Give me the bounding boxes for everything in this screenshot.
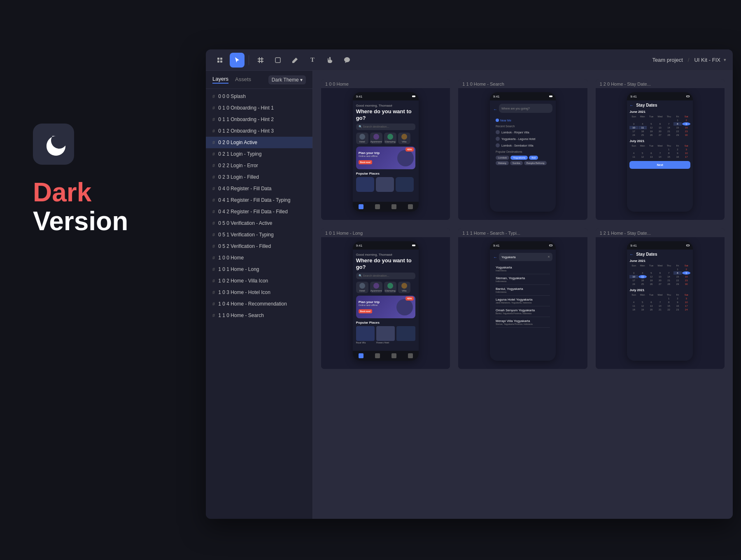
theme-label: Dark Theme ▾	[272, 77, 303, 83]
layer-item-19[interactable]: #1 1 0 Home - Search	[206, 310, 312, 321]
home-greeting: Good morning, Thomasé	[356, 104, 415, 107]
pointer-tool[interactable]	[230, 53, 245, 68]
layer-hash: #	[212, 255, 215, 260]
frame-tool[interactable]	[253, 53, 268, 68]
june-calendar-grid: SunMonTueWedThuFriSat 12 3456789 1011121…	[629, 115, 690, 137]
canvas-grid: 1 0 0 Home 9:41 Good morning, Thomasé Wh…	[321, 79, 725, 369]
home-long-heading: Where do you want to go?	[356, 257, 415, 270]
result-lombok-sembalun: Lombok - Sembalun Villa	[493, 142, 552, 149]
home-long-search: 🔍 Search destination...	[356, 273, 415, 279]
layer-item-15[interactable]: #1 0 1 Home - Long	[206, 264, 312, 275]
home-categories: Hotel Apartment Glamping Villa	[356, 133, 415, 144]
layer-item-6[interactable]: #0 2 2 Login - Error	[206, 160, 312, 171]
layer-item-17[interactable]: #1 0 3 Home - Hotel Icon	[206, 287, 312, 298]
frame-home-long[interactable]: 1 0 1 Home - Long 9:41 Good morning, Tho…	[321, 228, 450, 369]
hand-tool[interactable]	[322, 53, 337, 68]
layer-hash: #	[212, 140, 215, 145]
comment-tool[interactable]	[340, 53, 354, 68]
layer-item-0[interactable]: #0 0 0 Splash	[206, 91, 312, 102]
layer-label: 0 2 2 Login - Error	[218, 163, 258, 168]
layer-item-5[interactable]: #0 2 1 Login - Typing	[206, 148, 312, 160]
home-heading: Where do you want to go?	[356, 108, 415, 121]
frame-label-home: 1 0 0 Home	[321, 79, 450, 88]
popular-dest-label: Popular Destinations	[493, 149, 552, 154]
home-navbar	[353, 202, 419, 212]
layer-hash: #	[212, 105, 215, 110]
layer-hash: #	[212, 117, 215, 122]
next-button[interactable]: Next	[629, 161, 690, 169]
layer-item-12[interactable]: #0 5 1 Verification - Typing	[206, 229, 312, 240]
july-calendar-grid2: SunMonTueWedThuFriSat 123 45678910 11121…	[629, 293, 690, 311]
chip-sumba: Sumba	[510, 161, 523, 165]
app-icon	[33, 124, 74, 165]
result-yogyakarta: Yogyakarta Indonesia	[496, 264, 550, 274]
places-row-long: Royal Villa Floweru Hotel	[356, 326, 415, 344]
july-2021-label: July 2021	[629, 139, 690, 143]
layer-hash: #	[212, 128, 215, 133]
tab-assets[interactable]: Assets	[235, 76, 251, 83]
theme-selector[interactable]: Dark Theme ▾	[268, 75, 306, 84]
status-bar-calendar: 9:41	[627, 92, 693, 100]
breadcrumb-chevron-icon[interactable]: ▾	[724, 57, 726, 63]
canvas-area[interactable]: 1 0 0 Home 9:41 Good morning, Thomasé Wh…	[313, 71, 733, 519]
frame-search-typing[interactable]: 1 1 1 Home - Search - Typi... 9:41 ←	[458, 228, 587, 369]
phone-calendar: 9:41 ← Stay Dates June 2021 SunM	[627, 92, 693, 212]
frame-preview-home: 9:41 Good morning, Thomasé Where do you …	[321, 88, 450, 220]
layer-label: 0 0 0 Splash	[218, 93, 246, 99]
layer-item-10[interactable]: #0 4 2 Register - Fill Data - Filled	[206, 206, 312, 217]
toolbar-right: Team project / UI Kit - FIX ▾	[652, 57, 726, 63]
frame-preview-calendar2: 9:41 ← Stay Dates June 2021 SunM	[596, 237, 725, 369]
svg-rect-3	[220, 61, 222, 63]
panel-tabs: Layers Assets Dark Theme ▾	[206, 71, 312, 89]
content-area: Layers Assets Dark Theme ▾ #0 0 0 Splash…	[206, 71, 733, 519]
layer-hash: #	[212, 175, 215, 180]
layer-item-8[interactable]: #0 4 0 Register - Fill Data	[206, 183, 312, 194]
layer-hash: #	[212, 278, 215, 283]
june-2021-label: June 2021	[629, 110, 690, 114]
layer-item-2[interactable]: #0 1 1 Onboarding - Hint 2	[206, 114, 312, 125]
destinations-chips: Lombok Yogyakarta Bali Malang Sumba Bang…	[493, 154, 552, 167]
places-row	[356, 177, 415, 192]
layer-label: 0 2 3 Login - Filled	[218, 174, 259, 180]
frame-calendar2[interactable]: 1 2 1 Home - Stay Date... 9:41 ← Stay Da…	[596, 228, 725, 369]
layer-item-7[interactable]: #0 2 3 Login - Filled	[206, 171, 312, 183]
place-card-3	[396, 177, 414, 192]
design-window: T Team project / UI Kit - FIX ▾ Layers A…	[206, 49, 733, 519]
toolbar: T Team project / UI Kit - FIX ▾	[206, 49, 733, 71]
layer-item-1[interactable]: #0 1 0 Onboarding - Hint 1	[206, 102, 312, 114]
layer-item-11[interactable]: #0 5 0 Verification - Active	[206, 217, 312, 229]
layer-hash: #	[212, 313, 215, 318]
text-tool[interactable]: T	[305, 53, 320, 68]
layer-label: 0 2 1 Login - Typing	[218, 151, 261, 157]
layer-item-14[interactable]: #1 0 0 Home	[206, 252, 312, 264]
phone-calendar2: 9:41 ← Stay Dates June 2021 SunM	[627, 241, 693, 361]
brand-area: Dark Version	[33, 124, 165, 236]
phone-home: 9:41 Good morning, Thomasé Where do you …	[353, 92, 419, 212]
layer-item-9[interactable]: #0 4 1 Register - Fill Data - Typing	[206, 194, 312, 206]
frame-preview-calendar: 9:41 ← Stay Dates June 2021 SunM	[596, 88, 725, 220]
layer-label: 1 1 0 Home - Search	[218, 313, 264, 318]
frame-home[interactable]: 1 0 0 Home 9:41 Good morning, Thomasé Wh…	[321, 79, 450, 220]
move-select-tool[interactable]	[212, 53, 227, 68]
nav-fav-icon	[391, 204, 396, 209]
frame-calendar[interactable]: 1 2 0 Home - Stay Date... 9:41 ← Stay Da…	[596, 79, 725, 220]
layer-label: 1 0 1 Home - Long	[218, 266, 259, 272]
phone-home-content: Good morning, Thomasé Where do you want …	[353, 100, 419, 195]
layer-item-18[interactable]: #1 0 4 Home - Recommendation	[206, 298, 312, 310]
nav-search-icon	[375, 204, 380, 209]
layer-item-16[interactable]: #1 0 2 Home - Villa Icon	[206, 275, 312, 287]
phone-search-typing: 9:41 ← Yogyakarta ✕	[490, 241, 556, 361]
pen-tool[interactable]	[288, 53, 303, 68]
shape-tool[interactable]	[270, 53, 285, 68]
frame-search[interactable]: 1 1 0 Home - Search 9:41 ← Where are you…	[458, 79, 587, 220]
tab-layers[interactable]: Layers	[212, 76, 228, 84]
near-me-option: Near Me	[493, 117, 552, 124]
layer-label: 0 1 0 Onboarding - Hint 1	[218, 105, 274, 111]
layer-item-13[interactable]: #0 5 2 Verification - Filled	[206, 240, 312, 252]
result-merapi: Merapi Villa Yogyakarta Sleman, Yogyakar…	[496, 317, 550, 328]
layer-item-4[interactable]: #0 2 0 Login Active	[206, 137, 312, 148]
layer-item-3[interactable]: #0 1 2 Onboarding - Hint 3	[206, 125, 312, 137]
layer-hash: #	[212, 198, 215, 203]
frame-label-search-typing: 1 1 1 Home - Search - Typi...	[458, 228, 587, 237]
cat-hotel: Hotel	[356, 133, 368, 144]
